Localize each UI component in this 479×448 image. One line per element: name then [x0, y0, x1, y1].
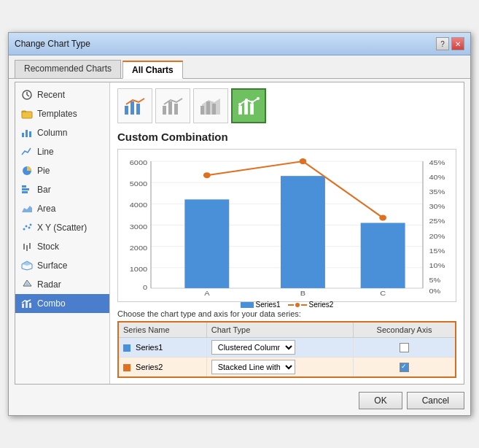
svg-text:25%: 25% [429, 217, 445, 225]
series1-name: Series1 [118, 338, 206, 358]
svg-text:4000: 4000 [130, 201, 148, 209]
sidebar-item-stock[interactable]: Stock [15, 237, 109, 256]
svg-rect-24 [26, 301, 28, 308]
legend-series2-label: Series2 [309, 301, 334, 309]
title-bar: Change Chart Type ? ✕ [9, 33, 470, 55]
series1-chart-type-select[interactable]: Clustered Column [211, 340, 295, 355]
sidebar-item-bar[interactable]: Bar [15, 180, 109, 199]
line-chart-icon [21, 146, 33, 158]
series2-secondary-axis-cell [354, 358, 456, 378]
bar-chart-icon [21, 184, 33, 196]
svg-point-74 [300, 158, 307, 164]
sidebar-label-templates: Templates [37, 109, 77, 119]
svg-rect-3 [22, 112, 32, 118]
col-header-secondary-axis: Secondary Axis [354, 322, 456, 338]
svg-text:5%: 5% [429, 277, 441, 284]
combo-thumb-2[interactable] [155, 88, 190, 123]
dialog-title: Change Chart Type [15, 39, 90, 49]
svg-rect-5 [26, 130, 28, 137]
folder-icon [21, 108, 33, 120]
sidebar-item-area[interactable]: Area [15, 199, 109, 218]
sidebar-label-scatter: X Y (Scatter) [37, 223, 87, 233]
svg-rect-68 [281, 176, 325, 288]
svg-point-14 [28, 227, 31, 229]
series1-select-wrapper: Clustered Column [211, 340, 348, 355]
series-table: Series Name Chart Type Secondary Axis Se… [117, 321, 456, 378]
series-config-label: Choose the chart type and axis for your … [117, 309, 456, 318]
sidebar-item-templates[interactable]: Templates [15, 104, 109, 123]
legend-series2: Series2 [288, 301, 334, 309]
sidebar-item-line[interactable]: Line [15, 142, 109, 161]
svg-rect-27 [131, 101, 134, 115]
svg-rect-31 [174, 104, 178, 115]
svg-point-40 [245, 99, 248, 101]
svg-point-42 [257, 97, 260, 100]
svg-marker-20 [22, 261, 32, 266]
change-chart-type-dialog: Change Chart Type ? ✕ Recommended Charts… [8, 32, 471, 416]
table-row: Series2 Stacked Line with Ma... [118, 358, 456, 378]
svg-text:0%: 0% [429, 287, 441, 295]
svg-rect-29 [163, 106, 166, 115]
svg-line-2 [27, 95, 29, 96]
help-button[interactable]: ? [436, 37, 449, 50]
svg-text:B: B [300, 290, 306, 297]
table-row: Series1 Clustered Column [118, 338, 456, 358]
content-area: Recent Templates Column Line [15, 82, 464, 385]
svg-text:40%: 40% [429, 174, 445, 181]
sidebar-label-area: Area [37, 204, 55, 214]
svg-rect-23 [22, 304, 24, 308]
svg-rect-8 [22, 185, 26, 188]
combo-thumb-3[interactable] [193, 88, 228, 123]
tabs-row: Recommended Charts All Charts [9, 55, 470, 79]
sidebar-item-combo[interactable]: Combo [15, 294, 109, 313]
combo-thumb-1[interactable] [117, 88, 152, 123]
tab-recommended[interactable]: Recommended Charts [15, 60, 121, 78]
svg-point-73 [203, 172, 211, 178]
svg-rect-9 [22, 188, 29, 190]
svg-rect-67 [184, 199, 229, 288]
sidebar-item-surface[interactable]: Surface [15, 256, 109, 275]
svg-rect-4 [22, 133, 24, 137]
scatter-chart-icon [21, 222, 33, 233]
radar-chart-icon [21, 279, 33, 290]
cancel-button[interactable]: Cancel [407, 392, 464, 409]
svg-text:0: 0 [143, 284, 148, 291]
sidebar-item-recent[interactable]: Recent [15, 85, 109, 104]
svg-point-41 [251, 101, 254, 104]
sidebar-label-recent: Recent [37, 90, 65, 100]
sidebar-item-pie[interactable]: Pie [15, 161, 109, 180]
combo-chart-title: Custom Combination [117, 131, 456, 143]
sidebar-item-radar[interactable]: Radar [15, 275, 109, 294]
series2-chart-type-select[interactable]: Stacked Line with Ma... [211, 360, 295, 374]
sidebar-label-column: Column [37, 128, 67, 138]
series2-secondary-axis-checkbox[interactable] [400, 363, 409, 372]
series2-name: Series2 [118, 358, 206, 378]
sidebar-label-bar: Bar [37, 185, 51, 195]
svg-text:15%: 15% [429, 247, 445, 255]
stock-chart-icon [21, 241, 33, 252]
svg-text:20%: 20% [429, 232, 445, 239]
series1-secondary-axis-checkbox[interactable] [400, 343, 409, 352]
sidebar: Recent Templates Column Line [15, 82, 110, 384]
svg-rect-26 [125, 106, 128, 115]
ok-button[interactable]: OK [359, 392, 402, 409]
sidebar-item-scatter[interactable]: X Y (Scatter) [15, 218, 109, 237]
svg-text:C: C [380, 290, 386, 297]
combo-thumb-4[interactable] [231, 88, 266, 123]
pie-chart-icon [21, 165, 33, 177]
chart-types-row [117, 88, 456, 123]
svg-rect-10 [22, 191, 28, 193]
svg-marker-35 [202, 99, 220, 115]
tab-all-charts[interactable]: All Charts [122, 61, 183, 79]
svg-point-39 [238, 103, 241, 106]
svg-rect-69 [361, 223, 405, 287]
svg-rect-6 [29, 131, 31, 137]
sidebar-item-column[interactable]: Column [15, 123, 109, 142]
series2-chart-type: Stacked Line with Ma... [206, 358, 353, 378]
svg-text:35%: 35% [429, 188, 445, 196]
column-chart-icon [21, 127, 33, 139]
svg-point-15 [30, 224, 32, 226]
series1-secondary-axis-cell [354, 338, 456, 358]
sidebar-label-radar: Radar [37, 279, 61, 290]
close-button[interactable]: ✕ [451, 37, 464, 50]
